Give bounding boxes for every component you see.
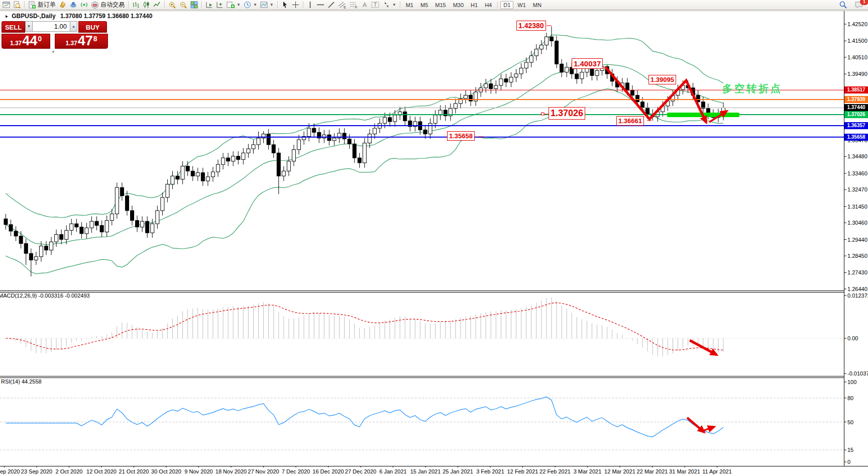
buy-button[interactable]: BUY (78, 21, 107, 33)
price-annotation-label[interactable]: 1.35658 (447, 131, 475, 141)
volume-decrease-button[interactable]: ▼ (25, 21, 33, 32)
timeframe-button-M5[interactable]: M5 (417, 1, 431, 9)
time-scale-label: 27 Dec 2020 (345, 468, 376, 474)
time-scale-label: 12 Oct 2020 (86, 468, 117, 474)
timeframe-button-M30[interactable]: M30 (450, 1, 467, 9)
trendline-icon[interactable] (326, 1, 337, 10)
price-annotation-label[interactable]: 1.42380 (516, 21, 546, 31)
fibonacci-icon[interactable]: F (348, 1, 360, 10)
bar-chart-icon[interactable] (131, 1, 141, 10)
notifications-icon[interactable]: 1 (853, 1, 865, 10)
price-level-badge[interactable]: 1.38517 (844, 86, 868, 93)
chart-window-icon[interactable] (1, 1, 12, 10)
new-chart-button[interactable]: ▼ (225, 1, 242, 10)
time-scale-label: 3 Mar 2021 (574, 468, 602, 474)
buy-price-prefix: 1.37 (65, 40, 77, 47)
price-scale-label: 1.33460 (847, 170, 867, 176)
indicators-icon[interactable] (204, 1, 214, 10)
chart-canvas[interactable] (0, 0, 868, 476)
volume-input[interactable] (33, 21, 70, 32)
timeframe-button-H1[interactable]: H1 (468, 1, 481, 9)
timeframe-button-H4[interactable]: H4 (482, 1, 495, 9)
price-level-badge[interactable]: 1.37440 (844, 104, 868, 111)
buy-price-pip: 8 (93, 35, 97, 43)
toolbar-separator (277, 1, 278, 9)
toolbar-separator (201, 1, 202, 9)
zoom-in-icon[interactable] (167, 1, 178, 10)
toolbar-right-group: 1 (837, 1, 865, 10)
crosshair-icon[interactable] (290, 1, 301, 10)
auto-trading-label: 自动交易 (100, 1, 125, 9)
timeframe-button-W1[interactable]: W1 (514, 1, 529, 9)
time-scale-label: 18 Nov 2020 (215, 468, 247, 474)
time-scale-label: 16 Dec 2020 (312, 468, 344, 474)
dropdown-caret-icon: ▼ (270, 3, 274, 7)
profiles-icon[interactable] (57, 1, 68, 10)
candlestick-chart-icon[interactable] (141, 1, 152, 10)
timeframe-button-M15[interactable]: M15 (432, 1, 449, 9)
price-level-badge[interactable]: 1.36357 (844, 122, 868, 129)
sell-button[interactable]: SELL (2, 21, 25, 33)
tile-windows-icon[interactable] (189, 1, 199, 10)
new-order-button[interactable]: 新订单 (27, 1, 57, 10)
templates-button[interactable]: ▼ (259, 1, 275, 10)
cursor-icon[interactable] (280, 1, 290, 10)
rsi-scale-label: 50 (847, 419, 853, 425)
indicator-window-icon[interactable] (214, 1, 225, 10)
horizontal-line-icon[interactable] (315, 1, 326, 10)
svg-text:E: E (344, 6, 346, 9)
timeframe-button-MN[interactable]: MN (530, 1, 545, 9)
rsi-scale-label: 15 (847, 447, 853, 453)
toolbar-separator (400, 1, 400, 9)
price-scale-label: 1.42520 (847, 21, 867, 27)
time-scale-label: 11 Apr 2021 (702, 468, 732, 474)
price-scale-label: 1.31450 (847, 204, 867, 210)
timeframe-button-M1[interactable]: M1 (403, 1, 416, 9)
text-label-icon[interactable]: T (370, 1, 381, 10)
time-scale-label: 21 Oct 2020 (119, 468, 149, 474)
print-preview-icon[interactable] (12, 1, 22, 10)
buy-price-button[interactable]: 1.37 47 8 (55, 34, 108, 49)
buy-price-big: 47 (78, 35, 93, 48)
dropdown-caret-icon: ▼ (392, 3, 396, 7)
time-scale-label: 23 Sep 2020 (21, 468, 52, 474)
period-button[interactable]: ▼ (242, 1, 259, 10)
time-scale-label: 31 Mar 2021 (669, 468, 700, 474)
volume-increase-button[interactable]: ▲ (70, 21, 77, 32)
time-scale-label: 7 Dec 2020 (282, 468, 310, 474)
price-scale-label: 1.29440 (847, 237, 867, 243)
price-scale-label: 1.34480 (847, 153, 867, 159)
price-level-badge[interactable]: 1.37026 (844, 111, 868, 118)
equidistant-channel-icon[interactable]: E (337, 1, 348, 10)
line-chart-icon[interactable] (152, 1, 162, 10)
time-scale-label: 15 Jan 2021 (410, 468, 441, 474)
sell-price-big: 44 (22, 35, 37, 48)
toolbar-separator (128, 1, 129, 9)
sell-price-button[interactable]: 1.37 44 0 (2, 34, 50, 49)
search-icon[interactable] (837, 1, 849, 10)
text-icon[interactable]: A (360, 1, 370, 10)
svg-text:T: T (374, 2, 377, 8)
vertical-line-icon[interactable] (305, 1, 315, 10)
price-annotation-label[interactable]: 1.36661 (616, 116, 644, 126)
signals-icon[interactable] (79, 1, 89, 10)
community-icon[interactable] (68, 1, 79, 10)
price-annotation-label[interactable]: 1.40037 (572, 58, 603, 69)
new-order-label: 新订单 (38, 1, 56, 9)
price-annotation-label[interactable]: 1.39095 (648, 75, 676, 84)
macd-label: MACD(12,26,9) -0.003316 -0.002493 (0, 293, 90, 299)
dropdown-caret-icon: ▼ (253, 3, 257, 7)
time-scale-label: 22 Feb 2021 (539, 468, 571, 474)
price-scale-label: 1.28450 (847, 253, 867, 259)
arrows-icon[interactable]: ▼ (381, 1, 398, 10)
chart-ohlc-values: 1.37080 1.37759 1.36680 1.37440 (60, 13, 153, 20)
price-level-badge[interactable]: 1.35658 (844, 134, 868, 141)
auto-trading-button[interactable]: 自动交易 (89, 1, 126, 10)
time-scale-label: 30 Oct 2020 (151, 468, 181, 474)
zoom-out-icon[interactable] (178, 1, 189, 10)
price-level-badge[interactable]: 1.37939 (844, 96, 868, 103)
timeframe-button-D1[interactable]: D1 (500, 1, 513, 9)
svg-text:A: A (363, 2, 367, 9)
annotation-text-cn[interactable]: 多空转折点 (722, 82, 783, 96)
price-annotation-label[interactable]: 1.37026 (549, 107, 585, 120)
